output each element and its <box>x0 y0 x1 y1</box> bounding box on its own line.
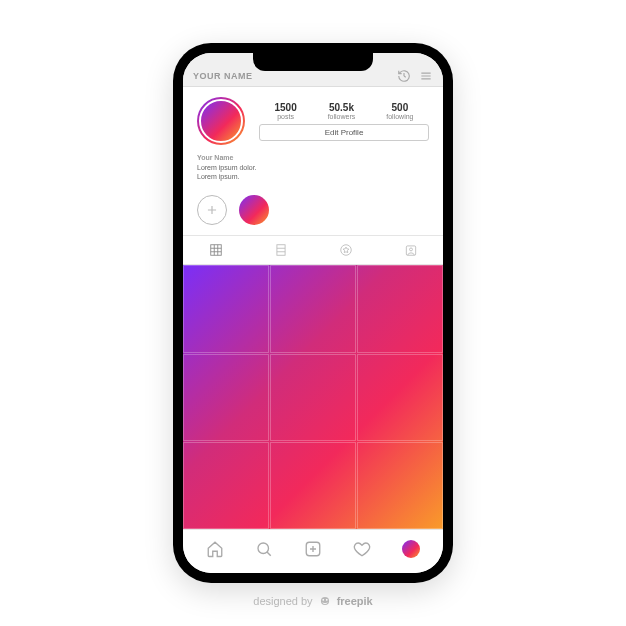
svg-line-1 <box>404 76 406 77</box>
nav-home[interactable] <box>205 539 225 559</box>
stat-value: 1500 <box>274 102 296 113</box>
stat-label: followers <box>328 113 356 120</box>
post-thumbnail[interactable] <box>357 442 443 529</box>
phone-frame: YOUR NAME <box>173 43 453 583</box>
profile-section: 1500 posts 50.5k followers 500 following… <box>183 87 443 189</box>
posts-grid <box>183 265 443 529</box>
add-story-button[interactable] <box>197 195 227 225</box>
svg-point-18 <box>258 543 269 554</box>
svg-line-19 <box>267 552 271 556</box>
menu-icon[interactable] <box>419 69 433 83</box>
tab-tagged[interactable] <box>378 236 443 264</box>
svg-point-17 <box>409 248 412 251</box>
nav-add[interactable] <box>303 539 323 559</box>
svg-rect-12 <box>276 245 284 256</box>
header-actions <box>397 69 433 83</box>
post-thumbnail[interactable] <box>270 442 356 529</box>
post-thumbnail[interactable] <box>183 265 269 352</box>
profile-stats: 1500 posts 50.5k followers 500 following… <box>259 102 429 141</box>
post-thumbnail[interactable] <box>270 265 356 352</box>
nav-search[interactable] <box>254 539 274 559</box>
post-thumbnail[interactable] <box>183 354 269 441</box>
stat-label: posts <box>274 113 296 120</box>
stat-followers[interactable]: 50.5k followers <box>328 102 356 120</box>
stat-posts[interactable]: 1500 posts <box>274 102 296 120</box>
profile-top: 1500 posts 50.5k followers 500 following… <box>197 97 429 145</box>
tab-starred[interactable] <box>313 236 378 264</box>
header-title: YOUR NAME <box>193 71 397 81</box>
screen: YOUR NAME <box>183 53 443 573</box>
phone-notch <box>253 53 373 71</box>
bio-line: Lorem ipsum dolor. <box>197 164 257 171</box>
credit-prefix: designed by <box>253 595 312 607</box>
nav-activity[interactable] <box>352 539 372 559</box>
avatar[interactable] <box>197 97 245 145</box>
history-icon[interactable] <box>397 69 411 83</box>
profile-bio: Your Name Lorem ipsum dolor. Lorem ipsum… <box>197 153 429 181</box>
post-thumbnail[interactable] <box>183 442 269 529</box>
tab-feed[interactable] <box>248 236 313 264</box>
tab-grid[interactable] <box>183 236 248 264</box>
svg-point-25 <box>326 599 328 601</box>
freepik-logo-icon <box>318 594 332 608</box>
attribution: designed by freepik <box>253 594 372 608</box>
bottom-nav <box>183 529 443 573</box>
nav-avatar-icon <box>402 540 420 558</box>
avatar-image <box>199 99 243 143</box>
edit-profile-button[interactable]: Edit Profile <box>259 124 429 141</box>
post-thumbnail[interactable] <box>357 354 443 441</box>
stat-label: following <box>386 113 413 120</box>
bio-line: Lorem ipsum. <box>197 173 239 180</box>
story-highlights <box>183 189 443 235</box>
story-highlight[interactable] <box>239 195 269 225</box>
svg-point-24 <box>322 599 324 601</box>
nav-profile[interactable] <box>401 539 421 559</box>
credit-brand: freepik <box>337 595 373 607</box>
stat-following[interactable]: 500 following <box>386 102 413 120</box>
post-thumbnail[interactable] <box>270 354 356 441</box>
stat-value: 50.5k <box>328 102 356 113</box>
stat-value: 500 <box>386 102 413 113</box>
display-name: Your Name <box>197 153 429 162</box>
svg-rect-7 <box>210 245 221 256</box>
post-thumbnail[interactable] <box>357 265 443 352</box>
content-tabs <box>183 235 443 265</box>
